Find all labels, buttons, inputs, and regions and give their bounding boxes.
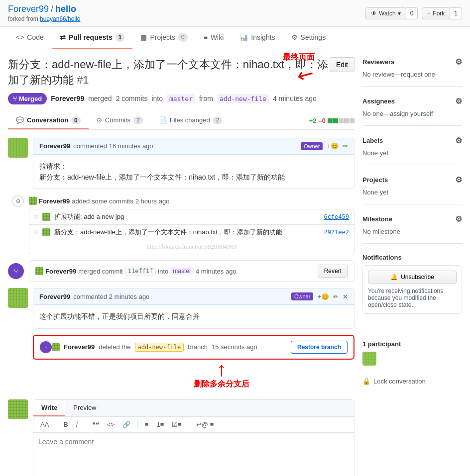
smile-icon-1[interactable]: +😊: [327, 142, 339, 150]
final-page-annotation: 最终页面 ↙: [283, 52, 315, 86]
tab-code[interactable]: <> Code: [8, 27, 52, 49]
repo-header: Forever99 / hello forked from huayan66/h…: [0, 0, 470, 27]
comment-author-2[interactable]: Forever99: [39, 293, 70, 300]
tab-wiki[interactable]: ≡ Wiki: [196, 27, 232, 49]
watch-button[interactable]: 👁 Watch ▾: [365, 7, 406, 19]
tab-pull-requests[interactable]: ⇄ Pull requests 1: [52, 27, 133, 49]
tab-commits[interactable]: ⊙ Commits 2: [89, 112, 151, 129]
reviewers-label: Reviewers: [362, 58, 394, 66]
assignees-gear[interactable]: ⚙: [455, 96, 462, 106]
comment-body-2: 这个扩展功能不错，正是我们项目所要的，同意合并: [33, 305, 354, 328]
preview-tab[interactable]: Preview: [65, 400, 104, 416]
close-icon-2[interactable]: ✕: [343, 293, 348, 300]
reviewers-gear[interactable]: ⚙: [455, 57, 462, 67]
sidebar-assignees: Assignees ⚙ No one—assign yourself: [362, 96, 462, 126]
delete-content: Forever99 deleted the add-new-file branc…: [52, 343, 291, 352]
heading-button[interactable]: AA: [37, 420, 52, 429]
insights-icon: 📊: [239, 33, 248, 41]
timeline-author[interactable]: Forever99: [39, 197, 70, 205]
timeline-commit-icon: ⊙: [12, 195, 24, 207]
sidebar-participants: 1 participant: [362, 340, 462, 366]
edit-icon-1[interactable]: ✏: [343, 142, 348, 150]
labels-gear[interactable]: ⚙: [455, 136, 462, 145]
tab-files-changed[interactable]: 📄 Files changed 2: [151, 112, 231, 129]
timeline-commits-added: ⊙ Forever99 added some commits 2 hours a…: [8, 195, 354, 254]
head-branch[interactable]: add-new-file: [217, 94, 269, 103]
files-icon: 📄: [159, 116, 167, 124]
tab-projects[interactable]: ▦ Projects 0: [132, 27, 195, 49]
avatar-forever99-1: [8, 138, 28, 158]
avatar-merge: [35, 267, 43, 275]
repo-name[interactable]: hello: [55, 4, 76, 14]
sidebar-projects: Projects ⚙ None yet: [362, 175, 462, 204]
merge-content: Forever99 merged commit 11eff1f into mas…: [29, 260, 354, 282]
participants-label: 1 participant: [362, 340, 462, 348]
fork-source-link[interactable]: huayan66/hello: [40, 15, 80, 22]
wiki-icon: ≡: [204, 33, 208, 41]
merge-author[interactable]: Forever99: [45, 268, 76, 275]
commit-msg-2: 新分支：add-new-file上，添加了一个文本文件：nihao.txt，即：…: [54, 228, 320, 237]
avatar-write: [8, 399, 28, 419]
edit-button[interactable]: Edit: [330, 57, 354, 72]
diff-add: +2: [309, 117, 317, 124]
pr-count-badge: 1: [116, 33, 125, 42]
fork-button[interactable]: ⑂ Fork: [422, 7, 450, 19]
pr-commits-count: 2 commits: [116, 95, 148, 102]
pr-status-bar: ⑂ Merged Forever99 merged 2 commits into…: [8, 93, 354, 104]
tab-conversation[interactable]: 💬 Conversation 0: [8, 112, 89, 129]
tab-insights[interactable]: 📊 Insights: [232, 27, 283, 49]
pr-title: 新分支：add-new-file上，添加了一个文本文件：nihao.txt，即：…: [8, 57, 330, 88]
milestone-gear[interactable]: ⚙: [455, 214, 462, 224]
task-button[interactable]: ☑≡: [169, 420, 185, 429]
comment-time-1: commented 16 minutes ago: [73, 142, 153, 150]
base-branch[interactable]: master: [167, 94, 195, 103]
smile-icon-2[interactable]: +😊: [317, 293, 329, 300]
code-button[interactable]: <>: [104, 420, 118, 429]
bold-button[interactable]: B: [60, 420, 71, 429]
avatar-delete: [52, 343, 60, 351]
comment-author-1[interactable]: Forever99: [39, 142, 70, 150]
comment-textarea[interactable]: [33, 433, 354, 476]
pr-author[interactable]: Forever99: [51, 95, 84, 102]
ol-button[interactable]: 1≡: [153, 420, 167, 429]
milestone-label: Milestone: [362, 215, 392, 223]
projects-gear[interactable]: ⚙: [455, 175, 462, 185]
comment-box-1: Forever99 commented 16 minutes ago Owner…: [33, 138, 354, 190]
participant-avatar[interactable]: [362, 352, 376, 366]
revert-button[interactable]: Revert: [318, 265, 348, 278]
settings-icon: ⚙: [291, 33, 298, 41]
pr-title-section: 新分支：add-new-file上，添加了一个文本文件：nihao.txt，即：…: [8, 57, 354, 88]
merge-event: ⑂ Forever99 merged commit 11eff1f into m…: [8, 260, 354, 282]
comment-box-2: Forever99 commented 2 minutes ago Owner …: [33, 288, 354, 328]
lock-conversation[interactable]: 🔒 Lock conversation: [362, 374, 462, 389]
write-tab[interactable]: Write: [33, 400, 65, 416]
quote-button[interactable]: ❝❝: [89, 420, 102, 429]
italic-button[interactable]: i: [73, 420, 81, 429]
delete-annotation: ↑ 删除多余分支后: [194, 359, 249, 389]
owner-badge-1: Owner: [301, 142, 323, 150]
edit-icon-2[interactable]: ✏: [333, 293, 339, 300]
merge-branch[interactable]: master: [170, 267, 194, 275]
delete-event-icon: ⑂: [40, 341, 52, 353]
ul-button[interactable]: ≡: [142, 420, 152, 429]
avatar-forever99-timeline: [29, 197, 37, 205]
restore-branch-button[interactable]: Restore branch: [291, 341, 348, 354]
merge-sha[interactable]: 11eff1f: [125, 267, 156, 276]
mention-button[interactable]: ↩@ ≡: [193, 420, 217, 429]
link-button[interactable]: 🔗: [119, 420, 133, 429]
labels-label: Labels: [362, 137, 383, 144]
repo-org[interactable]: Forever99: [8, 4, 49, 14]
notifications-label: Notifications: [362, 254, 402, 261]
comment-body-1: 拉请求： 新分支：add-new-file上，添加了一个文本文件：nihao.t…: [33, 155, 354, 189]
unsubscribe-button[interactable]: 🔔 Unsubscribe: [368, 271, 457, 284]
tab-settings[interactable]: ⚙ Settings: [283, 27, 334, 49]
watch-label: Watch: [379, 10, 396, 17]
assignees-label: Assignees: [362, 97, 395, 105]
commit-sha-1[interactable]: 6cfe459: [324, 213, 349, 220]
commit-sha-2[interactable]: 2921ee2: [324, 229, 349, 236]
commit-avatar-2: [42, 228, 50, 236]
labels-value: None yet: [362, 149, 462, 157]
avatar-forever99-2: [8, 288, 28, 308]
delete-author[interactable]: Forever99: [64, 343, 95, 351]
projects-icon: ▦: [140, 33, 147, 41]
